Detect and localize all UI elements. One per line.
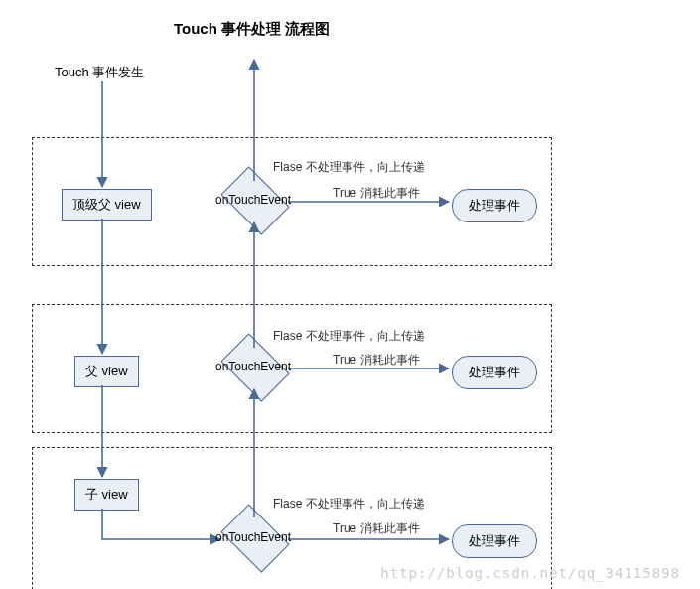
edge-label-false: Flase 不处理事件，向上传递 xyxy=(273,328,425,345)
decision-diamond: onTouchEvent xyxy=(199,350,308,385)
edge-label-true: True 消耗此事件 xyxy=(333,352,420,368)
watermark: http://blog.csdn.net/qq_34115898 xyxy=(380,565,680,581)
diagram-title: Touch 事件处理 流程图 xyxy=(174,20,330,39)
edge-label-true: True 消耗此事件 xyxy=(333,520,420,537)
edge-label-false: Flase 不处理事件，向上传递 xyxy=(273,496,425,513)
view-box-child: 子 view xyxy=(74,479,139,511)
view-box-parent: 父 view xyxy=(74,356,139,387)
view-box-top: 顶级父 view xyxy=(62,189,152,221)
start-label: Touch 事件发生 xyxy=(55,64,144,81)
edge-label-false: Flase 不处理事件，向上传递 xyxy=(273,159,425,176)
diamond-label: onTouchEvent xyxy=(199,530,308,544)
edge-label-true: True 消耗此事件 xyxy=(333,185,420,202)
decision-diamond: onTouchEvent xyxy=(199,520,308,556)
result-box: 处理事件 xyxy=(452,356,537,389)
diamond-label: onTouchEvent xyxy=(199,193,308,207)
result-box: 处理事件 xyxy=(452,524,537,558)
decision-diamond: onTouchEvent xyxy=(199,183,308,219)
result-box: 处理事件 xyxy=(452,189,537,222)
diamond-label: onTouchEvent xyxy=(199,360,308,373)
